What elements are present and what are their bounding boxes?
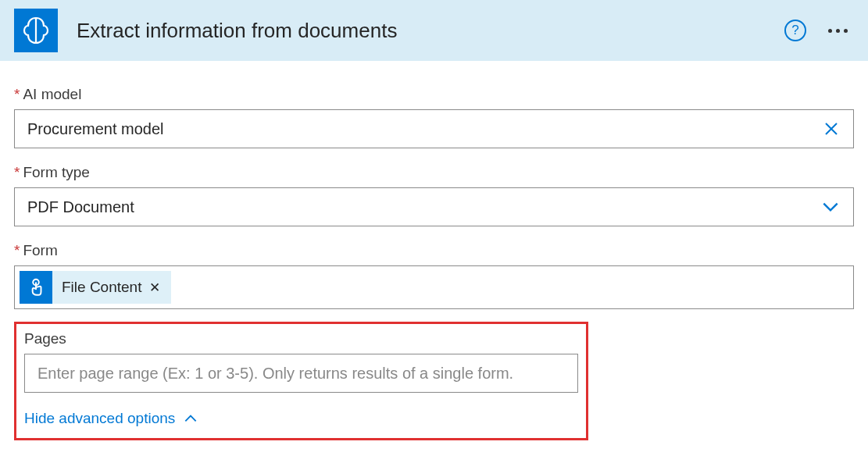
clear-icon[interactable]: [822, 119, 841, 138]
form-field: *Form File Content ✕: [14, 242, 854, 309]
token-remove-icon[interactable]: ✕: [146, 280, 163, 296]
pages-highlight-box: Pages Hide advanced options: [14, 322, 588, 440]
form-input[interactable]: File Content ✕: [14, 265, 854, 309]
ai-model-field: *AI model Procurement model: [14, 86, 854, 148]
form-label: *Form: [14, 242, 854, 259]
ai-model-label: *AI model: [14, 86, 854, 103]
ai-model-value: Procurement model: [27, 120, 822, 138]
action-title: Extract information from documents: [77, 19, 397, 43]
pages-input[interactable]: [24, 354, 578, 393]
touch-icon: [20, 271, 52, 304]
form-type-field: *Form type PDF Document: [14, 164, 854, 226]
form-type-value: PDF Document: [27, 198, 820, 216]
action-header: Extract information from documents ?: [0, 0, 868, 61]
chevron-down-icon[interactable]: [820, 197, 841, 217]
pages-label: Pages: [24, 330, 578, 347]
form-type-select[interactable]: PDF Document: [14, 187, 854, 226]
form-type-label: *Form type: [14, 164, 854, 181]
chevron-up-icon: [183, 411, 198, 426]
ai-model-input[interactable]: Procurement model: [14, 109, 854, 148]
file-content-token[interactable]: File Content ✕: [20, 271, 171, 304]
action-brain-icon: [14, 9, 58, 52]
token-label: File Content: [62, 279, 141, 296]
more-menu-icon[interactable]: [825, 26, 851, 36]
hide-advanced-toggle[interactable]: Hide advanced options: [24, 410, 578, 427]
help-icon[interactable]: ?: [784, 20, 806, 41]
form-body: *AI model Procurement model *Form type P…: [0, 61, 868, 450]
